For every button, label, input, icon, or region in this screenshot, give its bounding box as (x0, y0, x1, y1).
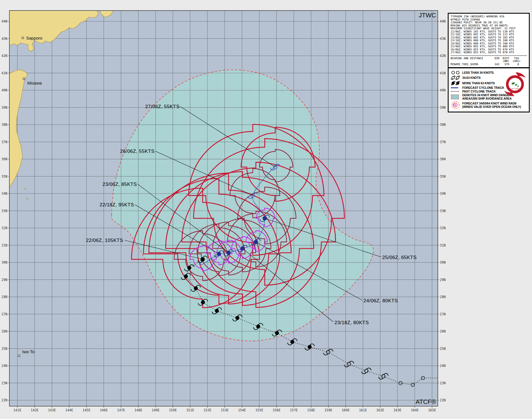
past-position-gt63 (290, 340, 294, 344)
lon-label: 160E (342, 408, 350, 412)
lat-label-right: 32N (440, 226, 446, 230)
lat-label-left: 25N (1, 347, 7, 351)
forecast-position-gt63 (241, 247, 245, 251)
lat-label-right: 41N (440, 71, 446, 75)
lat-label-left: 37N (1, 140, 7, 144)
lat-label-left: 43N (1, 37, 7, 41)
lat-label-left: 44N (1, 19, 7, 23)
lt34-icon (451, 70, 462, 75)
bearing-distance-table: BEARING AND DISTANCE DIR DIST TAU (NM) (… (451, 57, 527, 66)
lat-label-left: 42N (1, 54, 7, 58)
lon-label: 153E (221, 408, 229, 412)
past-position-gt63 (308, 345, 312, 349)
callout-label: 23/18Z, 80KTS (334, 320, 369, 325)
legend-item-label: MORE THAN 63 KNOTS (462, 81, 495, 85)
forecast-position-gt63 (254, 240, 258, 244)
lon-label: 159E (324, 408, 332, 412)
lat-label-right: 28N (440, 295, 446, 299)
city-marker-misawa (23, 78, 25, 80)
lat-label-right: 38N (440, 123, 446, 127)
lon-label: 157E (290, 408, 298, 412)
lat-label-right: 22N (440, 398, 446, 402)
jtwc-credit: JTWC (419, 12, 436, 19)
lat-label-left: 28N (1, 295, 7, 299)
lat-label-right: 31N (440, 243, 446, 247)
lon-label: 141E (13, 408, 21, 412)
lat-label-left: 22N (1, 398, 7, 402)
lon-label: 144E (65, 408, 73, 412)
legend-item-label: FORECAST CYCLONE TRACK (462, 86, 504, 89)
callout-label: 22/18Z, 95KTS (100, 202, 134, 208)
lat-label-left: 38N (1, 123, 7, 127)
warning-lines: TYPHOON 25W (NEOGURI) WARNING #16 WTPN33… (451, 15, 527, 54)
lat-label-right: 29N (440, 278, 446, 282)
lat-label-left: 36N (1, 157, 7, 161)
callout-label: 25/06Z, 65KTS (382, 255, 417, 260)
city-marker-sapporo (22, 37, 24, 39)
atcf-credit: ATCF® (416, 398, 436, 405)
jtwc-warning-graphic: { "header": { "map_credit_top_right": "J… (0, 0, 532, 419)
past-line-icon (451, 91, 462, 92)
lon-label: 146E (100, 408, 108, 412)
gt63-icon (451, 81, 462, 86)
lat-label-right: 25N (440, 347, 446, 351)
forecast-position-gt63 (217, 252, 221, 256)
lat-label-right: 33N (440, 209, 446, 213)
lat-label-left: 24N (1, 364, 7, 368)
lon-label: 151E (186, 408, 194, 412)
lat-label-right: 27N (440, 312, 446, 316)
past-track-swatch (451, 91, 459, 92)
lon-label: 156E (273, 408, 281, 412)
lon-label: 152E (204, 408, 211, 412)
lat-label-left: 34N (1, 192, 7, 196)
forecast-track-swatch (451, 87, 458, 88)
city-label: Misawa (27, 81, 42, 85)
past-position-gt63 (256, 324, 260, 328)
lat-label-left: 41N (1, 71, 7, 75)
warning-text-box: TYPHOON 25W (NEOGURI) WARNING #16 WTPN33… (448, 13, 530, 68)
lat-label-right: 43N (440, 37, 446, 41)
forecast-position-gt63 (263, 216, 267, 221)
city-label: Iwo To (22, 349, 34, 354)
lat-label-left: 30N (1, 260, 7, 264)
fcst-line-icon (451, 87, 462, 88)
past-position-gt63 (187, 266, 191, 270)
svg-text:PEARL HARBOR: PEARL HARBOR (510, 88, 521, 90)
callout-label: 24/06Z, 80KTS (363, 298, 398, 303)
legend-item-radii: FORECAST 34/50/64 KNOT WIND RADII (WINDS… (451, 100, 527, 110)
lat-label-right: 35N (440, 174, 446, 178)
lon-label: 154E (238, 408, 246, 412)
lat-label-left: 23N (1, 381, 7, 385)
lat-label-left: 27N (1, 312, 7, 316)
lat-label-left: 35N (1, 174, 7, 178)
lon-label: 158E (307, 408, 315, 412)
callout-label: 22/06Z, 105KTS (86, 238, 123, 243)
lon-label: 155E (255, 408, 263, 412)
legend-item-label: LESS THAN 34 KNOTS (462, 71, 494, 74)
lat-label-right: 39N (440, 106, 446, 110)
lat-label-right: 24N (440, 364, 446, 368)
lon-label: 148E (134, 408, 142, 412)
lat-label-right: 42N (440, 54, 446, 58)
legend-item-label: 34-63 KNOTS (462, 76, 480, 79)
lat-label-right: 23N (440, 381, 446, 385)
lat-label-left: 26N (1, 329, 7, 333)
lon-label: 165E (428, 408, 436, 412)
legend-item-label: FORECAST 34/50/64 KNOT WIND RADII (WINDS… (462, 102, 521, 108)
lat-label-right: 34N (440, 192, 446, 196)
lat-label-right: 44N (440, 19, 446, 23)
lon-label: 143E (48, 408, 56, 412)
lat-label-right: 26N (440, 329, 446, 333)
kt3463-icon (451, 75, 462, 80)
lat-label-right: 36N (440, 157, 446, 161)
lat-label-left: 40N (1, 88, 7, 92)
legend-box: LESS THAN 34 KNOTS34-63 KNOTSMORE THAN 6… (448, 67, 530, 112)
past-position-gt63 (215, 309, 219, 313)
jtwc-seal-logo: PEARL HARBOR (502, 72, 527, 97)
past-position-gt63 (184, 274, 188, 278)
danger-area-swatch (451, 95, 459, 99)
lat-label-left: 33N (1, 209, 7, 213)
city-marker-iwo-to (18, 355, 20, 357)
lat-label-right: 30N (440, 260, 446, 264)
islet (27, 198, 28, 199)
